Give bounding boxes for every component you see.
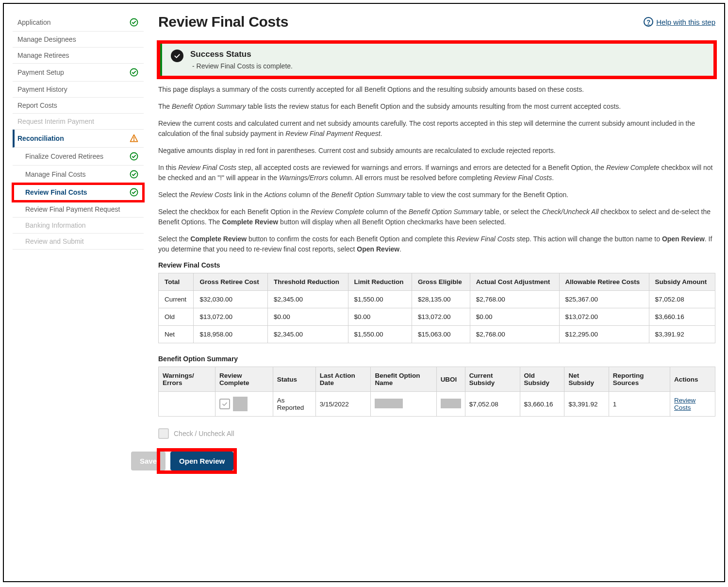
col-actions: Actions [670, 367, 715, 392]
sidebar-item-application[interactable]: Application [13, 14, 144, 32]
cell-boname [371, 392, 436, 417]
col-last-action-date: Last Action Date [315, 367, 371, 392]
sidebar-item-review-final-payment-request[interactable]: Review Final Payment Request [13, 201, 144, 218]
summary-table-title: Benefit Option Summary [158, 355, 715, 363]
svg-point-3 [134, 140, 134, 141]
costs-table: Total Gross Retiree Cost Threshold Reduc… [158, 273, 715, 343]
redacted-value [375, 399, 403, 408]
sidebar-item-label: Review and Submit [25, 237, 84, 245]
check-uncheck-all-checkbox[interactable] [158, 428, 169, 439]
sidebar-item-finalize-covered-retirees[interactable]: Finalize Covered Retirees [13, 148, 144, 166]
col-status: Status [273, 367, 315, 392]
success-alert: Success Status Review Final Costs is com… [158, 42, 715, 78]
intro-p6: Select the Review Costs link in the Acti… [158, 190, 715, 200]
costs-table-title: Review Final Costs [158, 261, 715, 269]
sidebar: Application Manage Designees Manage Reti… [13, 14, 144, 472]
sidebar-item-report-costs[interactable]: Report Costs [13, 98, 144, 114]
cell-sources: 1 [609, 392, 670, 417]
col-actual-cost-adjustment: Actual Cost Adjustment [470, 273, 559, 291]
sidebar-item-manage-designees[interactable]: Manage Designees [13, 32, 144, 48]
check-all-label: Check / Uncheck All [174, 430, 234, 437]
col-net-subsidy: Net Subsidy [564, 367, 609, 392]
col-warnings-errors: Warnings/ Errors [159, 367, 215, 392]
col-reporting-sources: Reporting Sources [609, 367, 670, 392]
cell-uboi [436, 392, 465, 417]
summary-table: Warnings/ Errors Review Complete Status … [158, 367, 715, 417]
table-row: Net $18,958.00 $2,345.00 $1,550.00 $15,0… [159, 326, 715, 343]
sidebar-item-label: Report Costs [17, 101, 57, 109]
intro-p5: In this Review Final Costs step, all acc… [158, 163, 715, 183]
alert-title: Success Status [190, 50, 293, 59]
sidebar-item-label: Manage Final Costs [25, 170, 86, 178]
sidebar-item-manage-retirees[interactable]: Manage Retirees [13, 48, 144, 64]
col-subsidy-amount: Subsidy Amount [649, 273, 715, 291]
col-threshold-reduction: Threshold Reduction [267, 273, 348, 291]
review-costs-link[interactable]: Review Costs [674, 397, 695, 411]
page-title: Review Final Costs [158, 14, 288, 30]
cell-review-complete [215, 392, 273, 417]
help-icon: ? [644, 17, 653, 27]
sidebar-item-manage-final-costs[interactable]: Manage Final Costs [13, 166, 144, 184]
row-label: Net [159, 326, 194, 343]
alert-item: Review Final Costs is complete. [192, 62, 293, 70]
cell-current: $7,052.08 [465, 392, 520, 417]
sidebar-item-label: Finalize Covered Retirees [25, 152, 103, 160]
help-link-label: Help with this step [656, 18, 715, 26]
sidebar-item-payment-history[interactable]: Payment History [13, 82, 144, 98]
intro-p2: The Benefit Option Summary table lists t… [158, 101, 715, 112]
sidebar-item-label: Payment Setup [17, 68, 64, 76]
sidebar-item-label: Banking Information [25, 221, 86, 229]
intro-p4: Negative amounts display in red font in … [158, 146, 715, 156]
col-review-complete: Review Complete [215, 367, 273, 392]
sidebar-item-payment-setup[interactable]: Payment Setup [13, 64, 144, 82]
intro-p7: Select the checkbox for each Benefit Opt… [158, 207, 715, 227]
col-old-subsidy: Old Subsidy [520, 367, 564, 392]
redacted-label [233, 397, 248, 411]
check-circle-icon [129, 17, 139, 27]
check-circle-icon [129, 67, 139, 77]
sidebar-item-reconciliation[interactable]: Reconciliation [13, 130, 144, 148]
col-benefit-option-name: Benefit Option Name [371, 367, 436, 392]
sidebar-item-label: Application [17, 18, 51, 26]
col-total: Total [159, 273, 194, 291]
sidebar-item-review-and-submit: Review and Submit [13, 234, 144, 250]
intro-p1: This page displays a summary of the cost… [158, 84, 715, 95]
redacted-value [441, 399, 461, 408]
sidebar-item-label: Payment History [17, 85, 67, 93]
col-gross-retiree-cost: Gross Retiree Cost [194, 273, 267, 291]
check-circle-icon [129, 151, 139, 161]
save-button: Save [131, 452, 165, 470]
help-link[interactable]: ? Help with this step [644, 17, 715, 27]
cell-date: 3/15/2022 [315, 392, 371, 417]
sidebar-item-banking-information: Banking Information [13, 218, 144, 234]
sidebar-item-request-interim-payment: Request Interim Payment [13, 114, 144, 130]
intro-p8: Select the Complete Review button to con… [158, 234, 715, 254]
sidebar-item-label: Manage Retirees [17, 51, 69, 59]
cell-status: As Reported [273, 392, 315, 417]
sidebar-item-label: Manage Designees [17, 35, 76, 43]
cell-net: $3,391.92 [564, 392, 609, 417]
sidebar-item-review-final-costs[interactable]: Review Final Costs [13, 184, 144, 201]
intro-p3: Review the current costs and calculated … [158, 118, 715, 139]
col-allowable-retiree-costs: Allowable Retiree Costs [559, 273, 649, 291]
check-circle-icon [129, 169, 139, 179]
table-row: Old $13,072.00 $0.00 $0.00 $13,072.00 $0… [159, 308, 715, 326]
review-complete-checkbox[interactable] [219, 399, 230, 409]
cell-warnings [159, 392, 215, 417]
warning-triangle-icon [129, 134, 139, 143]
table-row: As Reported 3/15/2022 $7,052.08 $3,660.1… [159, 392, 715, 417]
check-circle-icon [129, 187, 139, 197]
col-current-subsidy: Current Subsidy [465, 367, 520, 392]
col-limit-reduction: Limit Reduction [348, 273, 412, 291]
cell-old: $3,660.16 [520, 392, 564, 417]
sidebar-item-label: Reconciliation [17, 134, 64, 142]
row-label: Current [159, 291, 194, 308]
col-gross-eligible: Gross Eligible [412, 273, 470, 291]
col-uboi: UBOI [436, 367, 465, 392]
sidebar-item-label: Review Final Costs [25, 188, 87, 196]
main-content: Review Final Costs ? Help with this step… [158, 14, 715, 472]
sidebar-item-label: Request Interim Payment [17, 117, 94, 125]
open-review-button[interactable]: Open Review [170, 452, 233, 470]
success-check-icon [171, 50, 183, 62]
table-row: Current $32,030.00 $2,345.00 $1,550.00 $… [159, 291, 715, 308]
